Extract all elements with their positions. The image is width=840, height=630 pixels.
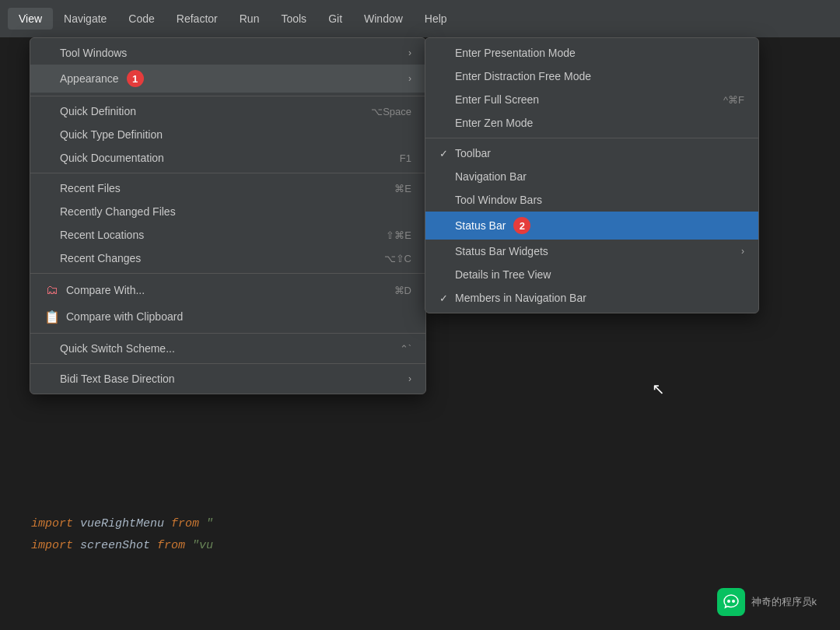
separator-3 xyxy=(30,273,425,274)
badge-1: 1 xyxy=(127,70,144,87)
check-members: ✓ xyxy=(439,292,455,304)
wechat-icon xyxy=(717,588,745,616)
menu-item-compare-clipboard[interactable]: 📋 Compare with Clipboard xyxy=(30,303,425,330)
submenu-item-distraction-free-mode[interactable]: Enter Distraction Free Mode xyxy=(425,65,758,88)
menu-item-recent-locations[interactable]: Recent Locations ⇧⌘E xyxy=(30,223,425,247)
menu-item-appearance[interactable]: Appearance 1 › xyxy=(30,65,425,93)
submenu-item-full-screen[interactable]: Enter Full Screen ^⌘F xyxy=(425,88,758,111)
separator-4 xyxy=(30,333,425,334)
code-line-1: import vueRightMenu from " xyxy=(31,513,809,535)
appearance-submenu: Enter Presentation Mode Enter Distractio… xyxy=(425,37,759,313)
submenu-item-tool-window-bars[interactable]: Tool Window Bars xyxy=(425,188,758,212)
menu-help[interactable]: Help xyxy=(414,8,458,30)
menu-item-recent-changes[interactable]: Recent Changes ⌥⇧C xyxy=(30,247,425,270)
watermark: 神奇的程序员k xyxy=(717,588,817,616)
menu-item-recent-files[interactable]: Recent Files ⌘E xyxy=(30,177,425,200)
menu-item-quick-type-definition[interactable]: Quick Type Definition xyxy=(30,123,425,146)
menu-code[interactable]: Code xyxy=(117,8,165,30)
submenu-item-status-bar-widgets[interactable]: Status Bar Widgets › xyxy=(425,240,758,263)
menu-refactor[interactable]: Refactor xyxy=(166,8,229,30)
compare-clipboard-icon: 📋 xyxy=(44,309,60,324)
menu-item-bidi-text[interactable]: Bidi Text Base Direction › xyxy=(30,367,425,390)
code-editor: import vueRightMenu from " import screen… xyxy=(31,513,809,557)
check-toolbar: ✓ xyxy=(439,148,455,159)
sub-separator-1 xyxy=(425,138,758,138)
menu-item-tool-windows[interactable]: Tool Windows › xyxy=(30,41,425,65)
menu-window[interactable]: Window xyxy=(353,8,414,30)
menu-view[interactable]: View xyxy=(8,8,53,30)
separator-5 xyxy=(30,363,425,364)
arrow-icon: › xyxy=(408,47,411,58)
menu-navigate[interactable]: Navigate xyxy=(53,8,117,30)
badge-2: 2 xyxy=(513,217,530,234)
compare-with-icon: 🗂 xyxy=(44,282,60,298)
submenu-item-details-tree-view[interactable]: Details in Tree View xyxy=(425,263,758,286)
watermark-label: 神奇的程序员k xyxy=(751,595,817,609)
svg-point-1 xyxy=(732,600,735,603)
menu-item-recently-changed-files[interactable]: Recently Changed Files xyxy=(30,200,425,223)
menu-run[interactable]: Run xyxy=(229,8,271,30)
svg-point-0 xyxy=(727,600,730,603)
menu-git[interactable]: Git xyxy=(317,8,353,30)
menu-item-quick-definition[interactable]: Quick Definition ⌥Space xyxy=(30,100,425,123)
submenu-item-navigation-bar[interactable]: Navigation Bar xyxy=(425,165,758,188)
arrow-icon-appearance: › xyxy=(408,73,411,84)
submenu-item-status-bar[interactable]: Status Bar 2 xyxy=(425,212,758,240)
arrow-icon-bidi: › xyxy=(408,373,411,384)
menu-item-quick-documentation[interactable]: Quick Documentation F1 xyxy=(30,146,425,170)
menu-item-compare-with[interactable]: 🗂 Compare With... ⌘D xyxy=(30,277,425,303)
view-menu-dropdown: Tool Windows › Appearance 1 › Quick Defi… xyxy=(30,37,426,394)
submenu-item-zen-mode[interactable]: Enter Zen Mode xyxy=(425,111,758,135)
menu-bar: View Navigate Code Refactor Run Tools Gi… xyxy=(0,0,840,37)
separator-1 xyxy=(30,96,425,96)
submenu-item-members-nav-bar[interactable]: ✓ Members in Navigation Bar xyxy=(425,286,758,310)
arrow-icon-widgets: › xyxy=(741,246,744,257)
submenu-item-toolbar[interactable]: ✓ Toolbar xyxy=(425,142,758,165)
code-line-2: import screenShot from "vu xyxy=(31,535,809,557)
menu-tools[interactable]: Tools xyxy=(270,8,317,30)
submenu-item-presentation-mode[interactable]: Enter Presentation Mode xyxy=(425,41,758,65)
separator-2 xyxy=(30,173,425,173)
menu-item-quick-switch-scheme[interactable]: Quick Switch Scheme... ⌃` xyxy=(30,337,425,360)
